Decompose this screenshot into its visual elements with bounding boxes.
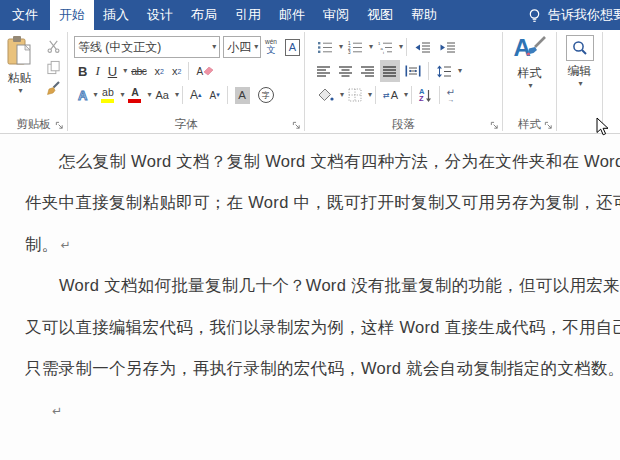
bold-button[interactable]: B: [75, 60, 90, 82]
distribute-button[interactable]: [402, 60, 424, 82]
numbering-dropdown-arrow[interactable]: ▾: [369, 43, 373, 51]
asian-layout-button[interactable]: ⇄ A: [380, 84, 401, 106]
change-case-button[interactable]: Aa: [152, 84, 171, 106]
tab-mailings[interactable]: 邮件: [270, 0, 314, 30]
tab-file[interactable]: 文件: [0, 0, 50, 30]
underline-dropdown-arrow[interactable]: ▾: [123, 67, 127, 75]
borders-dropdown-arrow[interactable]: ▾: [368, 91, 372, 99]
character-border-icon: A: [285, 39, 300, 56]
paragraph-dialog-launcher[interactable]: [489, 120, 500, 131]
dialog-launcher-icon: [55, 121, 64, 130]
document-editing-area[interactable]: 怎么复制 Word 文档？复制 Word 文档有四种方法，分为在文件夹和在 Wo…: [0, 134, 620, 460]
document-line-text: 怎么复制 Word 文档？复制 Word 文档有四种方法，分为在文件夹和在 Wo…: [59, 151, 620, 173]
highlight-dropdown-arrow[interactable]: ▾: [120, 91, 124, 99]
tell-me-box[interactable]: 告诉我你想要: [527, 0, 620, 30]
line-spacing-button[interactable]: [433, 60, 455, 82]
shrink-font-button[interactable]: A▾: [206, 84, 222, 106]
text-effects-dropdown-arrow[interactable]: ▾: [93, 91, 97, 99]
tab-home[interactable]: 开始: [50, 0, 94, 30]
line-spacing-dropdown-arrow[interactable]: ▾: [458, 67, 462, 75]
align-center-icon: [339, 66, 353, 77]
copy-icon: [46, 60, 61, 75]
subscript-button[interactable]: x2: [152, 60, 167, 82]
tab-references[interactable]: 引用: [226, 0, 270, 30]
font-color-button[interactable]: A: [125, 84, 144, 106]
paragraph-group: ▾ 123 ▾ 1ai ▾: [305, 30, 502, 133]
font-size-combobox[interactable]: 小四 ▾: [223, 36, 261, 58]
document-line-text: Word 文档如何批量复制几十个？Word 没有批量复制的功能，但可以用宏来完成: [59, 275, 620, 297]
font-size-value: 小四: [227, 39, 251, 56]
sort-button[interactable]: AZ: [416, 84, 434, 106]
cut-button[interactable]: [40, 36, 66, 57]
styles-button-label: 样式: [518, 65, 542, 82]
text-effects-button[interactable]: A: [75, 84, 90, 106]
highlight-color-button[interactable]: ab: [98, 84, 117, 106]
styles-dialog-launcher[interactable]: [543, 120, 554, 131]
decrease-indent-button[interactable]: [411, 36, 434, 58]
format-painter-button[interactable]: [40, 78, 66, 99]
character-border-button[interactable]: A: [282, 36, 303, 58]
character-shading-button[interactable]: A: [232, 84, 253, 106]
clipboard-group-label: 剪贴板: [16, 117, 51, 132]
increase-indent-button[interactable]: [436, 36, 459, 58]
phonetic-guide-button[interactable]: wén 文: [262, 36, 280, 58]
copy-button[interactable]: [40, 57, 66, 78]
borders-button[interactable]: [345, 84, 365, 106]
clipboard-dialog-launcher[interactable]: [54, 120, 65, 131]
multilevel-list-icon: 1ai: [377, 41, 393, 54]
justify-icon: [383, 66, 397, 77]
font-name-value: 等线 (中文正文): [78, 39, 161, 56]
justify-button[interactable]: [380, 60, 400, 82]
enclose-characters-button[interactable]: 字: [255, 84, 277, 106]
shading-dropdown-arrow[interactable]: ▾: [340, 91, 344, 99]
tab-insert[interactable]: 插入: [94, 0, 138, 30]
tab-layout[interactable]: 布局: [182, 0, 226, 30]
paragraph-mark: ↵: [61, 238, 71, 252]
numbering-button[interactable]: 123: [344, 36, 366, 58]
tell-me-label: 告诉我你想要: [548, 6, 620, 24]
font-dialog-launcher[interactable]: [291, 120, 302, 131]
font-name-combobox[interactable]: 等线 (中文正文) ▾: [74, 36, 220, 58]
tab-design[interactable]: 设计: [138, 0, 182, 30]
shading-button[interactable]: [314, 84, 337, 106]
multilevel-list-button[interactable]: 1ai: [374, 36, 396, 58]
underline-button[interactable]: U: [105, 60, 120, 82]
bullets-icon: [317, 41, 333, 54]
show-hide-marks-button[interactable]: ↵ →: [444, 84, 458, 106]
tab-view[interactable]: 视图: [358, 0, 402, 30]
tab-help[interactable]: 帮助: [402, 0, 446, 30]
lightbulb-icon: [527, 8, 542, 23]
editing-dropdown-arrow: ▾: [578, 80, 582, 88]
document-line-text: 又可以直接编辑宏代码，我们以录制宏为例，这样 Word 直接生成代码，不用自己写…: [25, 317, 620, 339]
asian-layout-dropdown-arrow[interactable]: ▾: [404, 91, 408, 99]
ribbon-tab-bar: 文件开始插入设计布局引用邮件审阅视图帮助 告诉我你想要: [0, 0, 620, 30]
paragraph-mark: ↵: [52, 404, 62, 418]
decrease-indent-icon: [414, 41, 431, 54]
font-name-dropdown-arrow: ▾: [212, 43, 216, 51]
change-case-dropdown-arrow[interactable]: ▾: [175, 91, 179, 99]
font-color-bar: [128, 99, 141, 103]
paste-button[interactable]: 粘贴 ▾: [4, 35, 35, 116]
italic-button[interactable]: I: [92, 60, 102, 82]
font-color-dropdown-arrow[interactable]: ▾: [147, 91, 151, 99]
strikethrough-button[interactable]: abc: [128, 60, 149, 82]
paint-bucket-icon: [317, 88, 334, 102]
tab-review[interactable]: 审阅: [314, 0, 358, 30]
clear-formatting-button[interactable]: A: [193, 60, 217, 82]
editing-button-label: 编辑: [568, 63, 592, 80]
styles-button[interactable]: A 样式 ▾: [513, 35, 547, 116]
format-painter-icon: [45, 81, 61, 97]
styles-dropdown-arrow: ▾: [528, 82, 532, 90]
editing-button[interactable]: 编辑 ▾: [566, 35, 594, 116]
highlight-color-bar: [101, 99, 114, 103]
align-left-button[interactable]: [314, 60, 334, 82]
grow-font-button[interactable]: A▴: [187, 84, 205, 106]
align-right-button[interactable]: [358, 60, 378, 82]
multilevel-dropdown-arrow[interactable]: ▾: [399, 43, 403, 51]
font-group-label: 字体: [175, 117, 198, 132]
paste-dropdown-arrow[interactable]: ▾: [18, 87, 22, 95]
superscript-button[interactable]: x2: [169, 60, 184, 82]
bullets-dropdown-arrow[interactable]: ▾: [339, 43, 343, 51]
align-center-button[interactable]: [336, 60, 356, 82]
bullets-button[interactable]: [314, 36, 336, 58]
